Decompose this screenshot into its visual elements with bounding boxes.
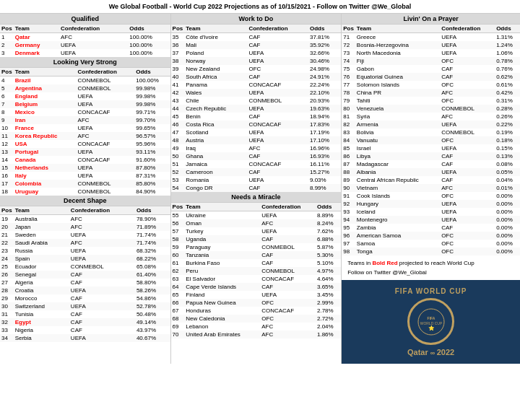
table-row: Armenia [355, 121, 440, 128]
table-row: 19 [0, 215, 14, 224]
table-row: 0.18% [495, 136, 520, 144]
col-odds: Odds [308, 25, 341, 33]
table-row: 15.27% [308, 168, 341, 176]
table-row: 84 [342, 136, 355, 144]
table-row: 38 [171, 57, 185, 65]
table-row: AFC [69, 223, 135, 231]
table-row: 62 [171, 267, 185, 275]
table-row: 15 [0, 164, 14, 172]
table-row: 91.60% [134, 156, 170, 164]
table-row: CAF [69, 310, 135, 318]
table-row: 42 [171, 89, 185, 97]
table-row: Sweden [14, 231, 69, 239]
table-row: UEFA [77, 172, 135, 180]
table-row: 48 [171, 136, 185, 144]
table-row: CAF [440, 65, 495, 73]
col-pos: Pos [0, 25, 14, 33]
table-row: 2.04% [316, 323, 341, 331]
table-row: 17.10% [308, 136, 341, 144]
table-row: 84.90% [134, 188, 170, 196]
section-needs-miracle: Needs a Miracle [171, 192, 342, 203]
table-row: 0.62% [495, 73, 520, 81]
table-row: CAF [247, 168, 308, 176]
footer-notes: Teams in Bold Red Teams in Bold Red proj… [342, 255, 520, 280]
table-row: 74 [342, 57, 355, 65]
table-row: Honduras [184, 307, 260, 315]
table-row: 1.06% [495, 49, 520, 57]
table-row: 83 [342, 128, 355, 136]
table-row: AFC [260, 219, 316, 227]
table-row: Burkina Faso [184, 259, 260, 267]
table-row: AFC [77, 116, 135, 124]
table-row: Japan [14, 223, 69, 231]
table-row: UEFA [440, 168, 495, 176]
table-row: Solomon Islands [355, 81, 440, 89]
table-row: 58.26% [135, 286, 170, 294]
col-odds: Odds [495, 25, 520, 33]
table-row: Qatar [14, 33, 59, 42]
table-row: Russia [14, 247, 69, 255]
table-row: CAF [440, 160, 495, 168]
table-row: Romania [184, 176, 247, 184]
col-conf: Confederation [247, 25, 308, 33]
table-row: Samoa [355, 240, 440, 248]
table-row: 79 [342, 97, 355, 105]
col-team: Team [184, 203, 260, 211]
table-row: 22.24% [308, 81, 341, 89]
table-row: Papua New Guinea [184, 299, 260, 307]
table-row: 99.98% [134, 84, 170, 92]
table-row: Peru [184, 267, 260, 275]
table-row: 1 [0, 33, 14, 42]
table-row: 96 [342, 232, 355, 240]
table-row: Hungary [355, 200, 440, 208]
table-row: Bosnia-Herzegovina [355, 41, 440, 49]
table-row: 99.71% [134, 108, 170, 116]
footer-twitter: Follow on Twitter @We_Global [344, 268, 517, 277]
table-row: 11 [0, 132, 14, 140]
table-row: Tahiti [355, 97, 440, 105]
table-row: Turkey [184, 227, 260, 235]
table-row: Bolivia [355, 128, 440, 136]
table-row: Ecuador [14, 263, 69, 271]
table-row: UEFA [69, 286, 135, 294]
section-qualified: Qualified [0, 14, 170, 25]
table-row: CONMEBOL [77, 76, 135, 85]
section-looking-strong: Looking Very Strong [0, 57, 170, 68]
table-row: 87 [342, 160, 355, 168]
table-row: 6.88% [316, 235, 341, 243]
table-row: 39 [171, 65, 185, 73]
table-row: 46 [171, 121, 185, 128]
table-row: United Arab Emirates [184, 331, 260, 338]
col-conf: Confederation [59, 25, 128, 33]
table-row: 20.93% [308, 97, 341, 105]
col-team: Team [355, 25, 440, 33]
col-odds: Odds [134, 68, 170, 76]
table-row: 99.98% [134, 92, 170, 100]
table-row: 99.70% [134, 116, 170, 124]
table-row: UEFA [77, 148, 135, 156]
table-row: 94 [342, 216, 355, 224]
table-row: 73 [342, 49, 355, 57]
table-row: 20 [0, 223, 14, 231]
table-row: Scotland [184, 128, 247, 136]
table-row: CAF [69, 318, 135, 326]
table-row: Congo DR [184, 184, 247, 192]
table-row: CONCACAF [247, 121, 308, 128]
table-row: Serbia [14, 334, 69, 342]
table-row: Senegal [14, 271, 69, 279]
table-row: 7.62% [316, 227, 341, 235]
table-row: Nigeria [14, 326, 69, 334]
table-row: CONCACAF [77, 140, 135, 148]
table-row: 93 [342, 208, 355, 216]
table-row: CAF [69, 294, 135, 302]
table-row: OFC [440, 192, 495, 200]
table-row: 17 [0, 180, 14, 188]
table-row: 34 [0, 334, 14, 342]
table-row: 87.80% [134, 164, 170, 172]
table-row: AFC [69, 239, 135, 247]
table-row: CAF [247, 152, 308, 160]
table-row: Egypt [14, 318, 69, 326]
table-row: 65.08% [135, 263, 170, 271]
table-row: Belgium [14, 100, 77, 108]
table-row: Fiji [355, 57, 440, 65]
